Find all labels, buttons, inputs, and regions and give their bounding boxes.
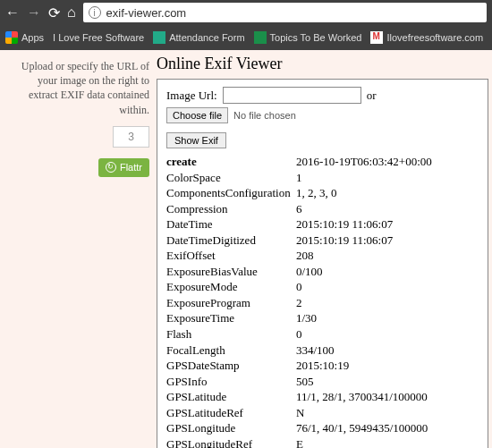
exif-value: N [296,405,479,421]
exif-row: Compression6 [166,201,479,217]
exif-value: 1, 2, 3, 0 [296,185,479,201]
counter-badge: 3 [113,126,149,148]
exif-key: ExposureMode [166,279,296,295]
or-label: or [367,89,377,103]
bookmark-topics[interactable]: Topics To Be Worked [254,31,362,44]
exif-row: ExifOffset208 [166,248,479,264]
url-label: Image Url: [166,89,217,103]
exif-key: Flash [166,326,296,342]
exif-row: ColorSpace1 [166,170,479,186]
exif-key: GPSInfo [166,374,296,390]
apps-button[interactable]: Apps [5,31,44,44]
exif-value: 2015:10:19 11:06:07 [296,232,479,249]
exif-row: ExposureTime1/30 [166,310,479,326]
exif-key: ExposureProgram [166,295,296,311]
sidebar-instructions: Upload or specify the URL of your image … [7,59,149,117]
exif-key: GPSLatitude [166,389,296,405]
forward-icon[interactable]: → [27,4,41,21]
exif-panel: Image Url: or Choose file No file chosen… [157,79,488,448]
exif-row: GPSDateStamp2015:10:19 [166,358,479,374]
bookmark-ilovefreesoftware[interactable]: I Love Free Software [53,32,144,43]
exif-key: ComponentsConfiguration [166,185,296,201]
exif-value: 1 [296,170,479,186]
file-status: No file chosen [233,110,296,121]
exif-value: 1/30 [296,310,479,326]
main-panel: Online Exif Viewer Image Url: or Choose … [157,50,492,448]
exif-key: create [166,154,296,170]
exif-key: DateTime [166,216,296,232]
exif-value: 0 [296,279,479,295]
exif-row: ExposureProgram2 [166,295,479,311]
browser-toolbar: ← → ⟳ ⌂ i exif-viewer.com [0,0,492,25]
sidebar: Upload or specify the URL of your image … [0,50,157,448]
exif-row: create2016-10-19T06:03:42+00:00 [166,154,479,170]
exif-key: GPSDateStamp [166,358,296,374]
exif-value: 11/1, 28/1, 3700341/100000 [296,389,479,405]
image-url-input[interactable] [223,87,361,104]
exif-key: FocalLength [166,342,296,359]
exif-value: 505 [296,374,479,390]
url-text: exif-viewer.com [106,6,187,20]
bookmark-gmail[interactable]: Ilovefreesoftware.com [370,31,483,44]
exif-value: 2015:10:19 [296,358,479,374]
exif-key: ExposureBiasValue [166,264,296,280]
exif-value: 6 [296,201,479,217]
back-icon[interactable]: ← [5,4,20,21]
exif-value: 2 [296,295,479,311]
exif-row: GPSLatitudeRefN [166,405,479,421]
exif-row: DateTime2015:10:19 11:06:07 [166,216,479,232]
exif-key: ColorSpace [166,170,296,186]
exif-value: 208 [296,248,479,264]
page-content: Upload or specify the URL of your image … [0,50,492,448]
apps-icon [5,31,18,44]
exif-key: DateTimeDigitized [166,232,296,249]
exif-row: ExposureMode0 [166,279,479,295]
exif-row: DateTimeDigitized2015:10:19 11:06:07 [166,232,479,249]
doc-icon [153,31,165,44]
url-bar[interactable]: i exif-viewer.com [83,3,487,22]
exif-key: GPSLongitudeRef [166,436,296,448]
choose-file-button[interactable]: Choose file [166,107,228,123]
home-icon[interactable]: ⌂ [67,4,76,21]
exif-value: E [296,436,479,448]
bookmarks-bar: Apps I Love Free Software Attendance For… [0,25,492,50]
exif-row: Flash0 [166,326,479,342]
exif-row: GPSLatitude11/1, 28/1, 3700341/100000 [166,389,479,405]
exif-value: 0 [296,326,479,342]
page-title: Online Exif Viewer [157,50,488,79]
exif-row: GPSInfo505 [166,374,479,390]
sheet-icon [254,31,267,44]
exif-key: GPSLatitudeRef [166,405,296,421]
show-exif-button[interactable]: Show Exif [166,132,226,148]
exif-row: GPSLongitudeRefE [166,436,479,448]
exif-value: 2015:10:19 11:06:07 [296,216,479,232]
exif-row: GPSLongitude76/1, 40/1, 5949435/100000 [166,420,479,436]
exif-row: ExposureBiasValue0/100 [166,264,479,280]
exif-row: ComponentsConfiguration1, 2, 3, 0 [166,185,479,201]
flattr-icon: ↻ [106,162,116,173]
exif-table: create2016-10-19T06:03:42+00:00ColorSpac… [166,154,479,448]
exif-key: ExposureTime [166,310,296,326]
gmail-icon [370,31,383,44]
exif-row: FocalLength334/100 [166,342,479,359]
bookmark-attendance[interactable]: Attendance Form [153,31,244,44]
exif-key: GPSLongitude [166,420,296,436]
exif-key: Compression [166,201,296,217]
exif-value: 2016-10-19T06:03:42+00:00 [296,154,479,170]
reload-icon[interactable]: ⟳ [48,4,60,21]
exif-value: 76/1, 40/1, 5949435/100000 [296,420,479,436]
site-info-icon[interactable]: i [89,6,101,19]
exif-key: ExifOffset [166,248,296,264]
flattr-button[interactable]: ↻ Flattr [98,158,149,177]
exif-value: 0/100 [296,264,479,280]
exif-value: 334/100 [296,342,479,359]
